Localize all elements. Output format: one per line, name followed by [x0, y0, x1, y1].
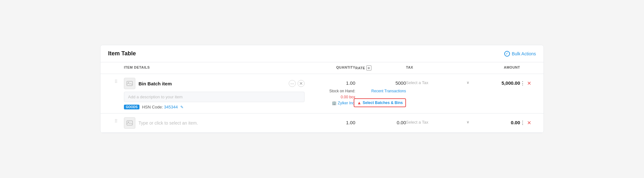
item-details-col: Bin Batch item ··· ✕ Add a description t…: [124, 78, 305, 109]
more-options-button[interactable]: ···: [289, 80, 296, 87]
item-tags: GOODS HSN Code: 345344 ✎: [124, 105, 305, 109]
hsn-code-value[interactable]: 345344: [164, 105, 178, 109]
stock-quantity: 0.00 box: [341, 95, 355, 99]
row2-rate[interactable]: 0.00: [355, 117, 406, 125]
quantity-header: QUANTITY: [305, 65, 355, 71]
tax-col: Select a Tax ∨: [406, 78, 469, 85]
item-image: [124, 78, 135, 89]
description-input[interactable]: Add a description to your item: [124, 92, 305, 102]
company-link[interactable]: 🏢 Zylker Inc.: [305, 101, 355, 105]
item-details-col: Type or click to select an item.: [124, 117, 305, 129]
rate-col: 5000 Recent Transactions ▲ Select Batche…: [355, 78, 406, 107]
item-image: [124, 117, 135, 129]
row2-quantity[interactable]: 1.00: [305, 117, 355, 125]
bulk-actions-icon: ✓: [504, 51, 510, 57]
actions-col-header: [520, 65, 536, 71]
card-header: Item Table ✓ Bulk Actions: [100, 45, 544, 62]
svg-rect-0: [127, 81, 132, 86]
warning-icon: ▲: [357, 100, 361, 105]
rate-value[interactable]: 5000: [355, 80, 406, 86]
item-name-placeholder[interactable]: Type or click to select an item.: [138, 120, 198, 126]
row2-tax-col: Select a Tax ∨: [406, 117, 469, 125]
table-row: ⠿ Type or click to select an item. 1.00 …: [100, 114, 544, 133]
hsn-code-label: HSN Code: 345344: [142, 105, 178, 109]
rate-header: RATE ⊞: [355, 65, 406, 71]
stock-info: Stock on Hand: 0.00 box: [305, 88, 355, 100]
drag-col-header: [108, 65, 124, 71]
drag-handle[interactable]: ⠿: [108, 78, 124, 84]
quantity-col: 1.00 Stock on Hand: 0.00 box 🏢 Zylker In…: [305, 78, 355, 105]
row2-amount-value: 0.00: [511, 117, 520, 125]
card-title: Item Table: [108, 50, 136, 57]
item-details-header: ITEM DETAILS: [124, 65, 305, 71]
row-more-icon[interactable]: ⋮: [520, 80, 525, 86]
row2-tax-select[interactable]: Select a Tax: [406, 120, 465, 125]
bulk-actions-label: Bulk Actions: [512, 51, 536, 56]
company-name: Zylker Inc.: [338, 101, 355, 105]
row2-more-icon[interactable]: ⋮: [520, 120, 525, 126]
stock-label: Stock on Hand:: [329, 89, 355, 93]
amount-value: 5,000.00: [502, 80, 520, 86]
item-name: Bin Batch item: [138, 81, 286, 86]
recent-transactions-link[interactable]: Recent Transactions: [355, 89, 406, 93]
row-actions: ⋮ ✕: [520, 78, 536, 86]
bulk-actions-button[interactable]: ✓ Bulk Actions: [504, 51, 536, 57]
company-icon: 🏢: [332, 101, 337, 105]
close-item-button[interactable]: ✕: [298, 80, 305, 87]
table-row: ⠿ Bin Batch item ··· ✕ Add a description…: [100, 74, 544, 114]
row2-delete-icon[interactable]: ✕: [527, 120, 531, 126]
goods-badge: GOODS: [124, 105, 139, 109]
quantity-value[interactable]: 1.00: [305, 80, 355, 86]
batches-label: Select Batches & Bins: [363, 101, 403, 105]
tax-header: TAX: [406, 65, 469, 71]
amount-header: AMOUNT: [469, 65, 520, 71]
tax-select[interactable]: Select a Tax: [406, 80, 465, 85]
svg-rect-2: [127, 121, 132, 125]
tax-chevron-icon[interactable]: ∨: [467, 80, 469, 85]
table-header: ITEM DETAILS QUANTITY RATE ⊞ TAX AMOUNT: [100, 62, 544, 74]
svg-point-3: [128, 122, 129, 123]
row2-main: ⠿ Type or click to select an item. 1.00 …: [100, 114, 544, 132]
item-row-top: Type or click to select an item.: [124, 117, 305, 129]
rate-calculator-icon[interactable]: ⊞: [366, 65, 371, 71]
row-delete-icon[interactable]: ✕: [527, 80, 531, 86]
row2-amount-col: 0.00: [469, 117, 520, 126]
item-row-top: Bin Batch item ··· ✕: [124, 78, 305, 89]
hsn-edit-icon[interactable]: ✎: [180, 105, 184, 109]
svg-point-1: [128, 82, 129, 83]
select-batches-button[interactable]: ▲ Select Batches & Bins: [354, 98, 406, 107]
row2-tax-chevron-icon[interactable]: ∨: [467, 120, 469, 124]
item-actions: ··· ✕: [289, 80, 305, 87]
row2-actions: ⋮ ✕: [520, 117, 536, 126]
item-table-card: Item Table ✓ Bulk Actions ITEM DETAILS Q…: [100, 45, 544, 133]
amount-col: 5,000.00: [469, 78, 520, 86]
row1-main: ⠿ Bin Batch item ··· ✕ Add a description…: [100, 74, 544, 113]
drag-handle[interactable]: ⠿: [108, 117, 124, 124]
